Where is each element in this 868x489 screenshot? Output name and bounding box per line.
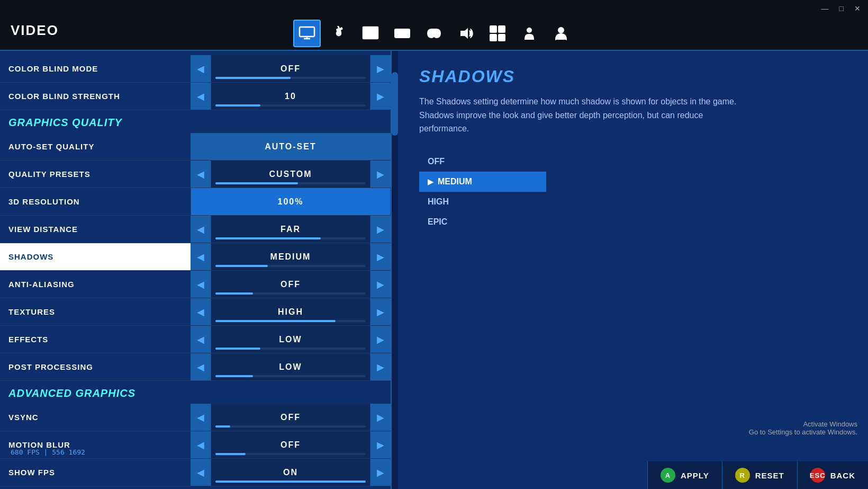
left-panel: COLOR BLIND MODE ◀ OFF ▶ COLOR BLIND STR… xyxy=(0,51,392,489)
vsync-slider xyxy=(215,425,366,428)
view-distance-label: VIEW DISTANCE xyxy=(0,225,191,234)
vsync-next[interactable]: ▶ xyxy=(370,404,391,431)
minimize-button[interactable]: — xyxy=(818,3,832,14)
quality-presets-fill xyxy=(215,182,298,184)
scrollbar-thumb[interactable] xyxy=(392,72,398,136)
post-processing-prev[interactable]: ◀ xyxy=(191,353,211,380)
option-medium-arrow: ▶ xyxy=(428,177,433,186)
fps-counter: 680 FPS | 556 1692 xyxy=(11,448,85,456)
windows-activate: Activate Windows Go to Settings to activ… xyxy=(749,420,857,436)
option-medium[interactable]: ▶ MEDIUM xyxy=(419,172,546,192)
nav-display[interactable] xyxy=(357,20,384,47)
view-distance-prev[interactable]: ◀ xyxy=(191,216,211,243)
option-epic[interactable]: EPIC xyxy=(419,212,546,232)
post-processing-value: LOW xyxy=(279,362,302,372)
color-blind-strength-fill xyxy=(215,104,260,106)
quality-presets-prev[interactable]: ◀ xyxy=(191,161,211,188)
auto-set-quality-btn[interactable]: AUTO-SET xyxy=(191,133,391,160)
quality-presets-label: QUALITY PRESETS xyxy=(0,170,191,179)
color-blind-strength-prev[interactable]: ◀ xyxy=(191,83,211,110)
vsync-fill xyxy=(215,425,230,428)
back-key: ESC xyxy=(810,468,825,483)
nav-settings[interactable] xyxy=(325,20,352,47)
option-high[interactable]: HIGH xyxy=(419,192,546,212)
graphics-quality-heading: GRAPHICS QUALITY xyxy=(0,110,391,133)
nav-account[interactable] xyxy=(547,20,575,47)
nav-video[interactable] xyxy=(293,20,321,47)
nav-hud[interactable] xyxy=(484,20,511,47)
anti-aliasing-value: OFF xyxy=(281,280,301,289)
color-blind-mode-prev[interactable]: ◀ xyxy=(191,55,211,82)
anti-aliasing-control: ◀ OFF ▶ xyxy=(191,271,391,298)
textures-slider xyxy=(215,320,366,322)
shadows-next[interactable]: ▶ xyxy=(370,243,391,270)
win-activate-line2: Go to Settings to activate Windows. xyxy=(749,428,857,436)
view-distance-next[interactable]: ▶ xyxy=(370,216,391,243)
reset-label: RESET xyxy=(755,471,784,480)
anti-aliasing-row: ANTI-ALIASING ◀ OFF ▶ xyxy=(0,271,391,298)
view-distance-control: ◀ FAR ▶ xyxy=(191,216,391,243)
color-blind-mode-label: COLOR BLIND MODE xyxy=(0,64,191,73)
color-blind-mode-value: OFF xyxy=(281,64,301,74)
apply-button[interactable]: A APPLY xyxy=(647,461,722,489)
3d-resolution-label: 3D RESOLUTION xyxy=(0,197,191,206)
textures-next[interactable]: ▶ xyxy=(370,298,391,325)
color-blind-strength-value-box: 10 xyxy=(211,83,370,110)
anti-aliasing-label: ANTI-ALIASING xyxy=(0,280,191,289)
textures-control: ◀ HIGH ▶ xyxy=(191,298,391,325)
color-blind-mode-slider xyxy=(215,77,366,79)
effects-fill xyxy=(215,348,260,350)
color-blind-mode-next[interactable]: ▶ xyxy=(370,55,391,82)
color-blind-mode-value-box: OFF xyxy=(211,55,370,82)
motion-blur-fill xyxy=(215,453,246,455)
option-off[interactable]: OFF xyxy=(419,152,546,172)
svg-rect-8 xyxy=(395,29,410,38)
nav-controller[interactable] xyxy=(420,20,448,47)
nav-accessibility[interactable] xyxy=(516,20,543,47)
page-title: VIDEO xyxy=(11,22,59,39)
nav-keyboard[interactable] xyxy=(388,20,416,47)
scrollbar[interactable] xyxy=(392,51,398,489)
post-processing-control: ◀ LOW ▶ xyxy=(191,353,391,380)
close-button[interactable]: ✕ xyxy=(851,3,864,14)
maximize-button[interactable]: □ xyxy=(836,3,847,14)
nav-audio[interactable] xyxy=(452,20,480,47)
motion-blur-prev[interactable]: ◀ xyxy=(191,431,211,458)
post-processing-next[interactable]: ▶ xyxy=(370,353,391,380)
view-distance-value-box: FAR xyxy=(211,216,370,243)
shadows-prev[interactable]: ◀ xyxy=(191,243,211,270)
motion-blur-next[interactable]: ▶ xyxy=(370,431,391,458)
color-blind-mode-fill xyxy=(215,77,291,79)
quality-presets-control: ◀ CUSTOM ▶ xyxy=(191,161,391,188)
option-medium-label: MEDIUM xyxy=(438,177,472,186)
effects-next[interactable]: ▶ xyxy=(370,326,391,353)
anti-aliasing-prev[interactable]: ◀ xyxy=(191,271,211,298)
textures-value: HIGH xyxy=(278,307,303,317)
shadows-row[interactable]: SHADOWS ◀ MEDIUM ▶ xyxy=(0,243,391,271)
view-distance-fill xyxy=(215,237,321,239)
svg-rect-22 xyxy=(499,34,505,41)
quality-presets-next[interactable]: ▶ xyxy=(370,161,391,188)
reset-button[interactable]: R RESET xyxy=(722,461,797,489)
svg-point-24 xyxy=(558,28,564,33)
anti-aliasing-slider xyxy=(215,292,366,295)
3d-resolution-value-box: 100% xyxy=(191,188,391,215)
quality-presets-value: CUSTOM xyxy=(269,170,312,179)
auto-set-quality-value: AUTO-SET xyxy=(265,142,316,152)
back-button[interactable]: ESC BACK xyxy=(797,461,868,489)
motion-blur-value-box: OFF xyxy=(211,431,370,458)
vsync-prev[interactable]: ◀ xyxy=(191,404,211,431)
color-blind-strength-next[interactable]: ▶ xyxy=(370,83,391,110)
textures-prev[interactable]: ◀ xyxy=(191,298,211,325)
shadows-label: SHADOWS xyxy=(0,252,191,261)
3d-resolution-row: 3D RESOLUTION 100% xyxy=(0,188,391,216)
auto-set-quality-control: AUTO-SET xyxy=(191,133,391,160)
svg-rect-19 xyxy=(490,26,496,32)
shadows-control: ◀ MEDIUM ▶ xyxy=(191,243,391,270)
effects-prev[interactable]: ◀ xyxy=(191,326,211,353)
3d-resolution-control: 100% xyxy=(191,188,391,215)
color-blind-strength-row: COLOR BLIND STRENGTH ◀ 10 ▶ xyxy=(0,83,391,110)
anti-aliasing-next[interactable]: ▶ xyxy=(370,271,391,298)
effects-label: EFFECTS xyxy=(0,335,191,344)
textures-value-box: HIGH xyxy=(211,298,370,325)
